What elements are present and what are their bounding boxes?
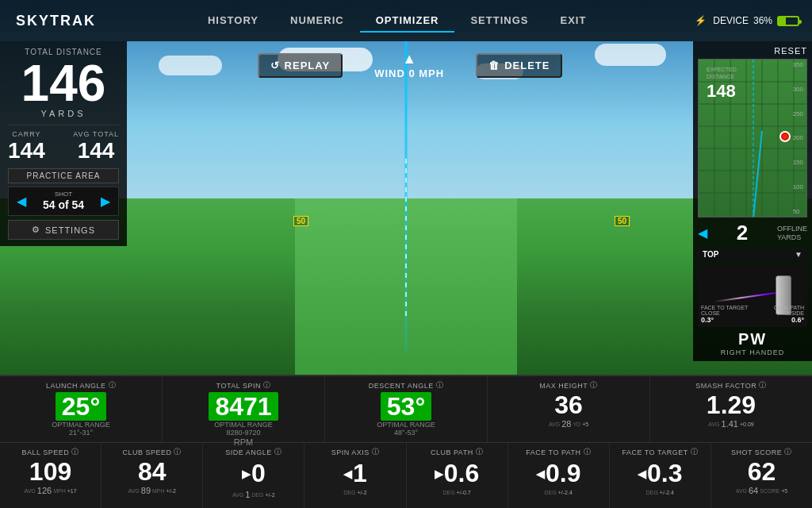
avg-total-label: AVG TOTAL [73,130,119,138]
max-height-value: 36 [554,392,583,418]
face-to-target-avg: DEG +/-2.4 [646,490,674,495]
battery-icon [777,16,799,26]
max-height-avg: AVG 28 YD +5 [549,419,588,429]
tab-optimizer[interactable]: OPTIMIZER [360,10,455,33]
launch-angle-value: 25° [56,392,106,421]
bottom-stats: LAUNCH ANGLE ⓘ 25° OPTIMAL RANGE 21°-31°… [0,375,812,508]
stat-club-path: CLUB PATH ⓘ ▶ 0.6 DEG +/-0.7 [407,443,508,508]
settings-label: SETTINGS [45,225,95,235]
wind-label: WIND 0 MPH [374,67,444,79]
prev-shot-button[interactable]: ◀ [13,194,29,209]
launch-angle-label: LAUNCH ANGLE ⓘ [46,380,116,391]
descent-angle-label: DESCENT ANGLE ⓘ [369,380,443,391]
left-panel: TOTAL DISTANCE 146 YARDS CARRY 144 AVG T… [0,41,127,246]
info-icon: ⓘ [274,447,282,457]
descent-angle-value: 53° [381,392,431,421]
tab-history[interactable]: HISTORY [192,10,274,33]
shot-dot [779,131,791,142]
descent-angle-optimal-value: 48°-53° [394,429,418,437]
device-label: DEVICE [713,15,749,26]
max-height-label: MAX HEIGHT ⓘ [539,380,598,391]
face-to-target-label: FACE TO TARGET CLOSE 0.3° [701,305,748,324]
total-spin-value: 8471 [209,392,278,421]
shot-navigator: ◀ SHOT 54 of 54 ▶ [8,187,119,216]
tab-numeric[interactable]: NUMERIC [274,10,360,33]
info-icon: ⓘ [759,380,767,391]
wind-arrow-icon: ▲ [374,51,444,67]
top-navigation: SKYTRAK HISTORY NUMERIC OPTIMIZER SETTIN… [0,0,812,41]
total-spin-optimal-value: 8280-9720 [226,429,260,437]
delete-button[interactable]: 🗑 DELETE [476,53,562,78]
offline-label: OFFLINEYARDS [777,225,807,242]
right-panel: RESET EXPECTEDDISTANCE 148 [693,41,812,361]
expected-dist-value: 148 [707,81,736,101]
view-dropdown-arrow[interactable]: ▼ [795,250,802,259]
club-name: PW [698,330,807,348]
info-icon: ⓘ [109,380,117,391]
logo-sky: SKY [16,13,50,29]
stat-launch-angle: LAUNCH ANGLE ⓘ 25° OPTIMAL RANGE 21°-31° [0,376,163,442]
spin-axis-value: ◀ 1 [343,459,367,488]
stat-club-speed: CLUB SPEED ⓘ 84 AVG 89 MPH +/-2 [102,443,203,508]
launch-angle-optimal-value: 21°-31° [69,429,93,437]
settings-button[interactable]: ⚙ SETTINGS [8,220,119,240]
stat-smash-factor: SMASH FACTOR ⓘ 1.29 AVG 1.41 +0.09 [650,376,812,442]
lightning-icon: ⚡ [695,15,707,26]
club-path-stat-value: ▶ 0.6 [435,459,479,488]
total-spin-optimal-label: OPTIMAL RANGE [214,421,273,429]
avg-total-item: AVG TOTAL 144 [73,130,119,164]
total-distance-value: 146 [8,58,119,109]
logo-trak: TRAK [50,13,96,29]
info-icon: ⓘ [71,447,79,457]
stat-total-spin: TOTAL SPIN ⓘ 8471 OPTIMAL RANGE 8280-972… [163,376,325,442]
info-icon: ⓘ [372,447,380,457]
face-to-path-value: ◀ 0.9 [536,459,580,488]
trash-icon: 🗑 [488,60,500,71]
next-shot-button[interactable]: ▶ [98,194,113,209]
smash-factor-value: 1.29 [707,392,756,418]
view-label: TOP [703,250,718,259]
ball-speed-value: 109 [29,459,71,484]
info-icon: ⓘ [263,380,271,391]
offline-section: ◀ 2 OFFLINEYARDS [698,221,807,245]
club-visualization: FACE TO TARGET CLOSE 0.3° CLUB PATH INSI… [698,264,807,327]
shot-info: SHOT 54 of 54 [43,190,84,212]
reset-button[interactable]: RESET [698,46,807,56]
carry-item: CARRY 144 [8,130,45,164]
stat-ball-speed: BALL SPEED ⓘ 109 AVG 126 MPH +17 [0,443,102,508]
replay-button[interactable]: ↺ REPLAY [258,53,343,78]
side-angle-avg: AVG 1 DEG +/-2 [232,490,275,499]
practice-badge: PRACTICE AREA [8,168,119,183]
info-icon: ⓘ [436,380,444,391]
gear-icon: ⚙ [32,225,40,235]
ball-speed-label: BALL SPEED ⓘ [21,447,79,457]
stats-row-2: BALL SPEED ⓘ 109 AVG 126 MPH +17 CLUB SP… [0,443,812,508]
yard-marker-left: 50 [293,216,308,226]
club-path-stat-label: CLUB PATH ⓘ [431,447,483,457]
view-selector: TOP ▼ [698,248,807,260]
side-angle-label: SIDE ANGLE ⓘ [225,447,282,457]
stat-shot-score: SHOT SCORE ⓘ 62 AVG 64 SCORE +5 [711,443,812,508]
descent-angle-optimal-label: OPTIMAL RANGE [377,421,435,429]
mini-expected-distance: EXPECTEDDISTANCE 148 [707,66,737,103]
info-icon: ⓘ [174,447,182,457]
delete-label: DELETE [504,60,550,71]
info-icon: ⓘ [691,447,699,457]
chevron-left-icon[interactable]: ◀ [698,225,707,241]
tab-exit[interactable]: EXIT [544,10,602,33]
app-logo: SKYTRAK [0,13,112,29]
face-to-path-avg: DEG +/-2.4 [545,490,573,495]
stats-row-1: LAUNCH ANGLE ⓘ 25° OPTIMAL RANGE 21°-31°… [0,376,812,443]
stat-spin-axis: SPIN AXIS ⓘ ◀ 1 DEG +/-2 [304,443,406,508]
face-to-target-stat-value: ◀ 0.3 [638,459,682,488]
stat-descent-angle: DESCENT ANGLE ⓘ 53° OPTIMAL RANGE 48°-53… [325,376,488,442]
shot-counter: 54 of 54 [43,198,84,211]
yard-numbers: 350 300 250 200 150 100 50 [793,60,803,217]
face-to-path-label: FACE TO PATH ⓘ [526,447,591,457]
info-icon: ⓘ [476,447,484,457]
club-speed-value: 84 [138,459,167,484]
shot-score-value: 62 [748,459,776,484]
wind-display: ▲ WIND 0 MPH [374,51,444,79]
tab-settings[interactable]: SETTINGS [454,10,544,33]
replay-icon: ↺ [270,60,280,71]
